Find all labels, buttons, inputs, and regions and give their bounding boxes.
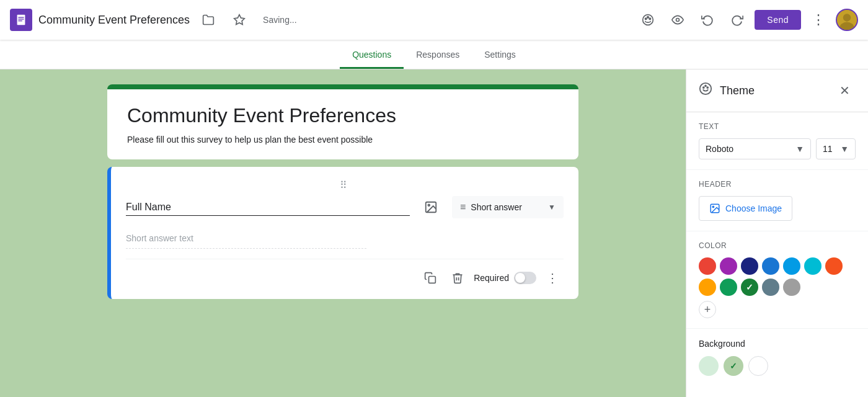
color-swatch-purple[interactable] [720,257,737,275]
theme-title: Theme [720,84,755,97]
font-select[interactable]: Roboto ▼ [699,138,811,159]
color-swatch-orange-red[interactable] [825,257,843,275]
question-footer: Required ⋮ [126,259,564,289]
font-dropdown-arrow: ▼ [795,144,804,154]
add-image-button[interactable] [420,196,442,218]
svg-point-6 [645,18,647,19]
folder-button[interactable] [196,7,221,32]
color-swatch-amber[interactable] [699,279,716,296]
color-swatch-light-blue[interactable] [783,257,800,275]
delete-button[interactable] [446,267,469,289]
color-swatch-dark-grey[interactable] [762,279,779,296]
svg-point-18 [707,87,708,88]
size-dropdown-arrow: ▼ [840,144,849,154]
color-swatch-red[interactable] [699,257,716,275]
redo-button[interactable] [725,7,750,32]
theme-header: Theme ✕ [686,69,868,112]
avatar[interactable] [836,9,858,31]
theme-title-row: Theme [699,82,755,99]
bg-swatches [699,356,856,376]
color-swatch-green-check[interactable] [741,279,758,296]
svg-rect-2 [18,19,24,19]
tabs-bar: Questions Responses Settings [0,40,868,69]
svg-point-17 [703,87,704,88]
preview-button[interactable] [665,7,690,32]
color-swatch-teal[interactable] [804,257,822,275]
answer-preview: Short answer text [126,228,366,249]
svg-marker-4 [234,15,245,25]
background-section-label: Background [699,339,856,349]
required-toggle[interactable] [514,272,536,284]
star-button[interactable] [227,7,252,32]
theme-color-section: Color + [686,231,868,329]
svg-rect-1 [18,17,24,17]
bg-swatch-light-green-1[interactable] [699,356,719,376]
question-type-select[interactable]: ≡ Short answer ▼ [452,196,564,218]
theme-palette-icon [699,82,712,99]
svg-rect-0 [17,15,25,25]
question-type-label: Short answer [471,202,543,212]
drag-handle[interactable]: ⠿ [126,179,564,191]
form-header-card: Community Event Preferences Please fill … [107,84,578,159]
question-input[interactable] [126,199,410,216]
color-swatch-green[interactable] [720,279,737,296]
svg-rect-15 [429,277,436,283]
topbar-left: Community Event Preferences Saving... [10,7,636,32]
font-row: Roboto ▼ 11 ▼ [699,138,856,159]
svg-point-7 [649,18,651,19]
theme-close-button[interactable]: ✕ [833,79,856,102]
question-top: ≡ Short answer ▼ [126,196,564,218]
svg-point-16 [700,83,711,94]
size-select[interactable]: 11 ▼ [816,138,856,159]
color-section-label: Color [699,241,856,250]
theme-header-section: Header Choose Image [686,170,868,231]
text-section-label: Text [699,122,856,131]
theme-background-section: Background [686,329,868,386]
svg-point-11 [843,14,851,21]
bg-swatch-white[interactable] [748,356,768,376]
short-answer-icon: ≡ [460,202,466,213]
svg-rect-3 [18,20,22,21]
palette-button[interactable] [636,7,660,32]
question-more-button[interactable]: ⋮ [541,267,564,289]
form-area: Community Event Preferences Please fill … [0,69,686,397]
main-layout: Community Event Preferences Please fill … [0,69,868,397]
choose-image-label: Choose Image [725,203,782,213]
svg-point-21 [712,206,714,207]
send-button[interactable]: Send [755,10,801,30]
choose-image-button[interactable]: Choose Image [699,196,792,221]
document-title: Community Event Preferences [38,14,190,27]
dropdown-arrow-icon: ▼ [548,203,556,212]
size-value: 11 [823,144,833,154]
color-swatch-dark-blue[interactable] [741,257,758,275]
svg-point-19 [705,86,706,87]
svg-point-8 [647,17,649,19]
saving-status: Saving... [263,15,296,25]
form-description: Please fill out this survey to help us p… [127,135,559,145]
theme-text-section: Text Roboto ▼ 11 ▼ [686,112,868,170]
font-value: Roboto [706,144,733,154]
question-card: ⠿ ≡ Short answer ▼ Short answer text [107,167,578,299]
tab-responses[interactable]: Responses [404,42,472,69]
add-color-button[interactable]: + [699,301,716,318]
undo-button[interactable] [695,7,720,32]
duplicate-button[interactable] [419,267,441,289]
tab-settings[interactable]: Settings [472,42,528,69]
app-icon[interactable] [10,9,32,31]
svg-point-9 [676,19,680,22]
tab-questions[interactable]: Questions [340,42,404,69]
color-grid [699,257,856,296]
theme-panel: Theme ✕ Text Roboto ▼ 11 ▼ Header [686,69,868,397]
color-swatch-blue[interactable] [762,257,779,275]
topbar-right: Send ⋮ [636,7,858,32]
color-swatch-grey[interactable] [783,279,800,296]
bg-swatch-light-green-2[interactable] [724,356,743,376]
required-label: Required [474,273,509,283]
header-section-label: Header [699,180,856,189]
more-options-button[interactable]: ⋮ [806,7,831,32]
topbar: Community Event Preferences Saving... [0,0,868,40]
form-title: Community Event Preferences [127,104,559,127]
svg-point-14 [428,204,430,206]
